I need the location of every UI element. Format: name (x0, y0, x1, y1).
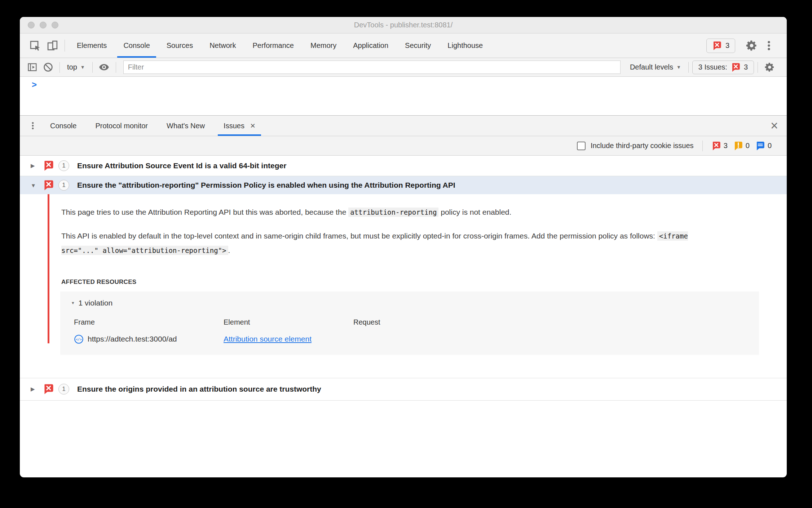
toolbar-divider (116, 62, 116, 73)
expand-triangle-icon[interactable]: ▶ (31, 162, 43, 169)
main-toolbar-right: 3 (706, 34, 777, 58)
javascript-context-dropdown[interactable]: top ▼ (63, 63, 89, 71)
panel-tabs: Elements Console Sources Network Perform… (69, 34, 491, 58)
chevron-down-icon: ▼ (676, 64, 681, 70)
affected-resources-box: ▾ 1 violation Frame Element Request </> … (60, 291, 759, 355)
svg-text:</>: </> (76, 337, 82, 341)
issues-counter-button[interactable]: 3 Issues: 3 (692, 61, 754, 74)
window-title: DevTools - publisher.test:8081/ (354, 21, 453, 29)
devtools-window: DevTools - publisher.test:8081/ Elements… (20, 17, 787, 477)
tab-security[interactable]: Security (397, 34, 439, 58)
drawer-tab-protocol-monitor[interactable]: Protocol monitor (86, 116, 157, 136)
drawer-more-tabs-icon[interactable] (25, 116, 41, 136)
description-text: This API is enabled by default in the to… (61, 232, 657, 240)
attribution-source-element-link[interactable]: Attribution source element (224, 335, 312, 343)
close-tab-icon[interactable]: × (250, 121, 255, 130)
resource-row: </> https://adtech.test:3000/ad Attribut… (74, 334, 759, 344)
error-severity-bar (48, 194, 49, 343)
title-bar: DevTools - publisher.test:8081/ (20, 17, 787, 34)
policy-code: attribution-reporting (348, 208, 438, 217)
tab-lighthouse[interactable]: Lighthouse (439, 34, 491, 58)
issues-list: ▶ 1 Ensure Attribution Source Event Id i… (20, 156, 787, 401)
toolbar-divider (92, 62, 93, 73)
context-label: top (67, 63, 77, 71)
issue-count-pill: 1 (58, 180, 69, 191)
console-prompt-chevron[interactable]: > (32, 80, 37, 90)
log-levels-dropdown[interactable]: Default levels ▼ (626, 63, 685, 71)
issue-description-1: This page tries to use the Attribution R… (61, 205, 710, 219)
issue-title: Ensure the "attribution-reporting" Permi… (77, 181, 455, 190)
issues-count-button[interactable]: 3 (706, 39, 735, 53)
error-bubble-icon (731, 63, 740, 72)
tab-console[interactable]: Console (115, 34, 158, 58)
error-bubble-icon (43, 384, 54, 395)
violation-label: 1 violation (79, 299, 113, 307)
frame-source-icon: </> (74, 334, 84, 344)
description-text: . (228, 246, 230, 254)
tab-performance[interactable]: Performance (244, 34, 303, 58)
expand-triangle-icon[interactable]: ▶ (31, 386, 43, 392)
warning-bubble-icon (733, 141, 743, 151)
warning-count: 0 (746, 142, 750, 150)
affected-resources-heading: AFFECTED RESOURCES (61, 278, 758, 286)
live-expression-eye-icon[interactable] (96, 62, 112, 72)
message-bubble-icon (755, 141, 765, 151)
issue-details: This page tries to use the Attribution R… (20, 194, 787, 378)
console-sidebar-toggle-icon[interactable] (24, 62, 40, 72)
close-window-button[interactable] (28, 22, 35, 28)
description-text: policy is not enabled. (438, 208, 511, 216)
drawer-tab-whats-new[interactable]: What's New (157, 116, 214, 136)
issue-title: Ensure the origins provided in an attrib… (77, 385, 321, 393)
error-count: 3 (724, 142, 728, 150)
tab-sources[interactable]: Sources (158, 34, 201, 58)
message-count-badge: 0 (755, 141, 772, 151)
tab-application[interactable]: Application (345, 34, 397, 58)
issues-button-count: 3 (744, 63, 748, 71)
collapse-triangle-icon: ▾ (72, 300, 74, 306)
tab-memory[interactable]: Memory (302, 34, 345, 58)
close-drawer-icon[interactable]: × (771, 116, 778, 136)
more-options-icon[interactable] (760, 40, 777, 52)
error-bubble-icon (43, 160, 54, 171)
toolbar-divider (758, 62, 758, 73)
clear-console-icon[interactable] (40, 62, 56, 72)
console-filter-input[interactable] (123, 61, 621, 74)
issues-count: 3 (725, 41, 729, 50)
error-count-badge: 3 (711, 141, 728, 151)
zoom-window-button[interactable] (52, 22, 58, 28)
issue-row-event-id[interactable]: ▶ 1 Ensure Attribution Source Event Id i… (20, 156, 787, 176)
issue-description-2: This API is enabled by default in the to… (61, 229, 710, 258)
drawer-tab-issues[interactable]: Issues × (214, 116, 265, 136)
drawer-tab-issues-label: Issues (224, 122, 244, 130)
column-element: Element (224, 318, 353, 326)
levels-label: Default levels (630, 63, 673, 71)
third-party-cookie-checkbox[interactable] (577, 142, 586, 150)
issue-count-pill: 1 (58, 160, 69, 171)
issue-count-pill: 1 (58, 384, 69, 395)
drawer-tab-console[interactable]: Console (41, 116, 86, 136)
violation-toggle[interactable]: ▾ 1 violation (72, 299, 759, 307)
toolbar-divider (702, 141, 703, 151)
toolbar-divider (65, 40, 65, 52)
column-frame: Frame (74, 318, 224, 326)
inspect-element-icon[interactable] (26, 34, 44, 58)
third-party-cookie-label: Include third-party cookie issues (591, 142, 694, 150)
tab-elements[interactable]: Elements (69, 34, 115, 58)
main-toolbar: Elements Console Sources Network Perform… (20, 34, 787, 58)
column-request: Request (353, 318, 759, 326)
console-settings-gear-icon[interactable] (762, 62, 777, 72)
issue-title: Ensure Attribution Source Event Id is a … (77, 161, 286, 170)
warning-count-badge: 0 (733, 141, 750, 151)
device-toolbar-icon[interactable] (44, 34, 61, 58)
issues-toolbar: Include third-party cookie issues 3 0 0 (20, 136, 787, 156)
collapse-triangle-icon[interactable]: ▼ (31, 182, 43, 188)
issue-row-permission-policy[interactable]: ▼ 1 Ensure the "attribution-reporting" P… (20, 176, 787, 194)
issue-row-trustworthy-origins[interactable]: ▶ 1 Ensure the origins provided in an at… (20, 378, 787, 401)
console-toolbar: top ▼ Default levels ▼ 3 Issues: 3 (20, 58, 787, 77)
minimize-window-button[interactable] (40, 22, 47, 28)
tab-network[interactable]: Network (201, 34, 244, 58)
settings-gear-icon[interactable] (743, 40, 760, 52)
console-messages-area[interactable]: > (20, 77, 787, 116)
error-bubble-icon (712, 41, 721, 50)
frame-url: https://adtech.test:3000/ad (88, 335, 177, 343)
